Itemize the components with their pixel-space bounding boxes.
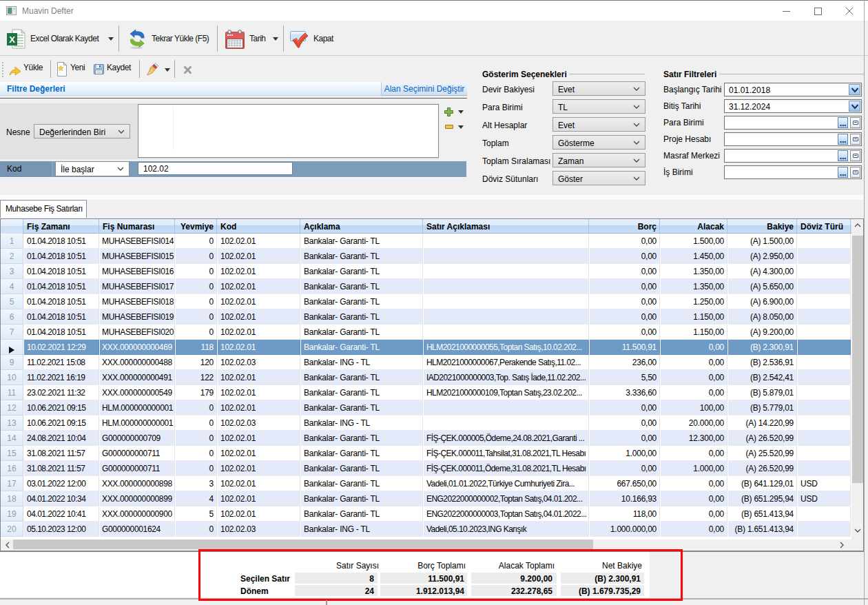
svg-text:X: X xyxy=(9,34,15,45)
